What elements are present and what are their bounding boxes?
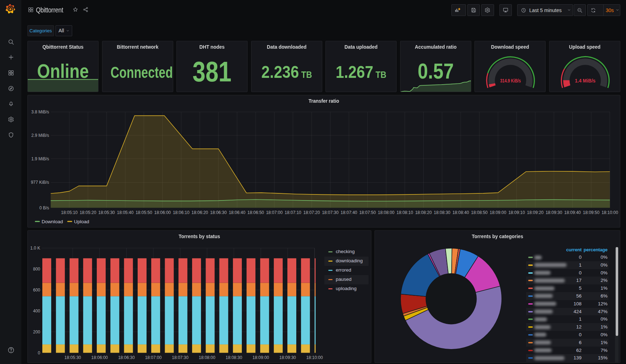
svg-text:18:05:30: 18:05:30 bbox=[98, 210, 115, 215]
svg-text:18:07:30: 18:07:30 bbox=[172, 355, 189, 360]
svg-text:18:07:40: 18:07:40 bbox=[341, 210, 357, 215]
svg-text:18:07:50: 18:07:50 bbox=[359, 210, 376, 215]
svg-text:1.9 MiB/s: 1.9 MiB/s bbox=[31, 156, 49, 161]
svg-text:18:06:30: 18:06:30 bbox=[118, 355, 135, 360]
svg-text:1.0 K: 1.0 K bbox=[30, 246, 40, 251]
svg-text:18:06:40: 18:06:40 bbox=[229, 210, 245, 215]
svg-text:18:06:00: 18:06:00 bbox=[154, 210, 171, 215]
svg-text:2.9 MiB/s: 2.9 MiB/s bbox=[31, 133, 49, 138]
svg-text:18:08:00: 18:08:00 bbox=[378, 210, 394, 215]
svg-text:1.4 MiB/s: 1.4 MiB/s bbox=[575, 77, 595, 84]
svg-text:400: 400 bbox=[33, 309, 40, 314]
svg-text:18:08:40: 18:08:40 bbox=[452, 210, 469, 215]
svg-text:200: 200 bbox=[33, 330, 40, 334]
svg-text:977 KiB/s: 977 KiB/s bbox=[31, 180, 49, 185]
svg-text:314.9 KiB/s: 314.9 KiB/s bbox=[500, 78, 521, 84]
svg-text:18:06:50: 18:06:50 bbox=[248, 210, 264, 215]
svg-text:18:06:00: 18:06:00 bbox=[91, 355, 108, 360]
svg-text:18:08:20: 18:08:20 bbox=[415, 210, 432, 215]
svg-text:18:09:00: 18:09:00 bbox=[490, 210, 506, 215]
svg-text:18:07:00: 18:07:00 bbox=[266, 210, 283, 215]
svg-text:0 B/s: 0 B/s bbox=[39, 205, 49, 210]
svg-text:18:09:00: 18:09:00 bbox=[253, 355, 269, 360]
svg-text:18:05:40: 18:05:40 bbox=[117, 210, 134, 215]
svg-text:18:08:00: 18:08:00 bbox=[199, 355, 216, 360]
svg-text:18:06:10: 18:06:10 bbox=[173, 210, 190, 215]
svg-text:18:09:50: 18:09:50 bbox=[583, 210, 600, 215]
svg-text:Upload: Upload bbox=[74, 219, 89, 224]
svg-text:18:08:30: 18:08:30 bbox=[434, 210, 451, 215]
svg-text:Download: Download bbox=[42, 219, 63, 224]
svg-text:600: 600 bbox=[33, 288, 40, 293]
svg-text:18:07:20: 18:07:20 bbox=[303, 210, 320, 215]
svg-text:18:07:00: 18:07:00 bbox=[145, 355, 162, 360]
svg-text:18:05:50: 18:05:50 bbox=[136, 210, 152, 215]
svg-text:18:08:30: 18:08:30 bbox=[226, 355, 242, 360]
svg-text:18:05:30: 18:05:30 bbox=[64, 355, 81, 360]
svg-text:18:09:10: 18:09:10 bbox=[508, 210, 525, 215]
svg-text:18:09:20: 18:09:20 bbox=[527, 210, 544, 215]
svg-text:18:08:10: 18:08:10 bbox=[397, 210, 413, 215]
svg-text:18:10:00: 18:10:00 bbox=[306, 355, 323, 360]
svg-text:18:05:20: 18:05:20 bbox=[80, 210, 96, 215]
svg-text:18:07:30: 18:07:30 bbox=[322, 210, 339, 215]
svg-text:18:09:30: 18:09:30 bbox=[279, 355, 296, 360]
svg-text:18:09:30: 18:09:30 bbox=[546, 210, 562, 215]
svg-text:18:08:50: 18:08:50 bbox=[471, 210, 488, 215]
svg-text:18:09:40: 18:09:40 bbox=[564, 210, 581, 215]
svg-text:18:10:00: 18:10:00 bbox=[601, 210, 618, 215]
svg-text:800: 800 bbox=[33, 267, 40, 272]
svg-text:3.8 MiB/s: 3.8 MiB/s bbox=[31, 109, 49, 114]
svg-text:18:06:30: 18:06:30 bbox=[210, 210, 227, 215]
svg-text:18:06:20: 18:06:20 bbox=[191, 210, 208, 215]
svg-text:18:07:10: 18:07:10 bbox=[285, 210, 301, 215]
svg-text:0: 0 bbox=[38, 350, 40, 355]
svg-text:18:05:10: 18:05:10 bbox=[61, 210, 78, 215]
